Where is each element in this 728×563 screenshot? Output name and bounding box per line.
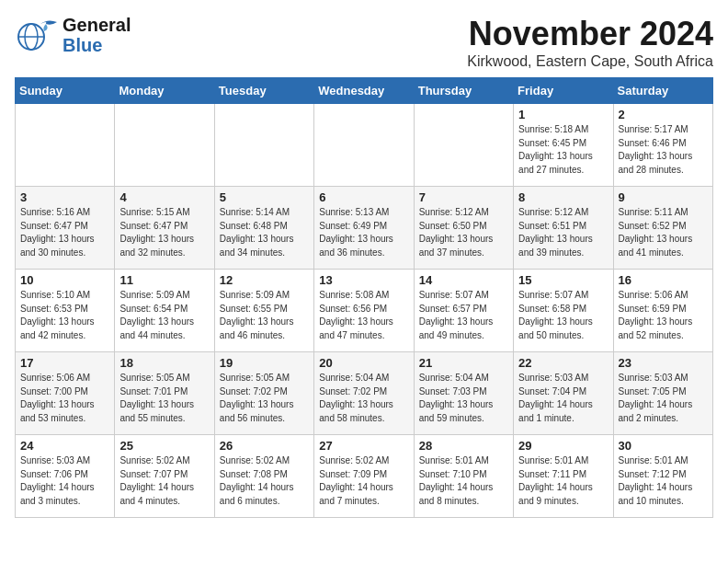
calendar-header-row: SundayMondayTuesdayWednesdayThursdayFrid… (16, 78, 713, 104)
calendar-cell: 1Sunrise: 5:18 AM Sunset: 6:45 PM Daylig… (514, 104, 613, 187)
day-info: Sunrise: 5:09 AM Sunset: 6:55 PM Dayligh… (220, 289, 309, 342)
day-info: Sunrise: 5:13 AM Sunset: 6:49 PM Dayligh… (319, 206, 408, 259)
day-number: 25 (119, 439, 209, 453)
calendar-cell: 10Sunrise: 5:10 AM Sunset: 6:53 PM Dayli… (16, 270, 115, 352)
week-row-4: 24Sunrise: 5:03 AM Sunset: 7:06 PM Dayli… (16, 435, 713, 518)
header-sunday: Sunday (16, 78, 115, 104)
month-title: November 2024 (467, 15, 713, 53)
day-number: 3 (20, 190, 109, 204)
calendar-cell: 15Sunrise: 5:07 AM Sunset: 6:58 PM Dayli… (514, 270, 613, 352)
location-title: Kirkwood, Eastern Cape, South Africa (467, 53, 713, 70)
day-info: Sunrise: 5:11 AM Sunset: 6:52 PM Dayligh… (619, 206, 708, 259)
day-info: Sunrise: 5:03 AM Sunset: 7:04 PM Dayligh… (518, 372, 608, 425)
day-info: Sunrise: 5:02 AM Sunset: 7:08 PM Dayligh… (220, 454, 309, 508)
calendar-body: 1Sunrise: 5:18 AM Sunset: 6:45 PM Daylig… (16, 104, 713, 518)
calendar-cell: 6Sunrise: 5:13 AM Sunset: 6:49 PM Daylig… (314, 187, 414, 270)
day-number: 14 (419, 273, 508, 287)
calendar-table: SundayMondayTuesdayWednesdayThursdayFrid… (15, 77, 713, 518)
day-number: 13 (319, 273, 408, 287)
header-friday: Friday (514, 78, 613, 104)
calendar-cell: 27Sunrise: 5:02 AM Sunset: 7:09 PM Dayli… (314, 435, 414, 518)
day-number: 12 (220, 273, 309, 287)
day-info: Sunrise: 5:02 AM Sunset: 7:09 PM Dayligh… (319, 454, 408, 508)
day-info: Sunrise: 5:12 AM Sunset: 6:50 PM Dayligh… (419, 206, 508, 259)
calendar-cell: 9Sunrise: 5:11 AM Sunset: 6:52 PM Daylig… (613, 187, 712, 270)
calendar-cell (314, 104, 414, 187)
day-info: Sunrise: 5:10 AM Sunset: 6:53 PM Dayligh… (20, 289, 109, 342)
logo: General Blue (15, 15, 131, 55)
logo-icon (15, 17, 59, 53)
day-info: Sunrise: 5:07 AM Sunset: 6:57 PM Dayligh… (419, 289, 508, 342)
day-number: 8 (518, 190, 608, 204)
day-number: 28 (419, 439, 508, 453)
day-number: 23 (619, 356, 708, 370)
day-info: Sunrise: 5:17 AM Sunset: 6:46 PM Dayligh… (619, 123, 708, 177)
day-number: 29 (518, 439, 608, 453)
day-number: 15 (518, 273, 608, 287)
day-info: Sunrise: 5:04 AM Sunset: 7:03 PM Dayligh… (419, 372, 508, 425)
day-info: Sunrise: 5:02 AM Sunset: 7:07 PM Dayligh… (119, 454, 209, 508)
calendar-cell: 25Sunrise: 5:02 AM Sunset: 7:07 PM Dayli… (115, 435, 214, 518)
day-number: 2 (619, 108, 708, 121)
day-number: 10 (20, 273, 109, 287)
day-number: 30 (619, 439, 708, 453)
day-info: Sunrise: 5:16 AM Sunset: 6:47 PM Dayligh… (20, 206, 109, 259)
day-info: Sunrise: 5:01 AM Sunset: 7:10 PM Dayligh… (419, 454, 508, 508)
day-info: Sunrise: 5:07 AM Sunset: 6:58 PM Dayligh… (518, 289, 608, 342)
calendar-cell: 30Sunrise: 5:01 AM Sunset: 7:12 PM Dayli… (613, 435, 712, 518)
day-info: Sunrise: 5:03 AM Sunset: 7:05 PM Dayligh… (619, 372, 708, 425)
day-info: Sunrise: 5:06 AM Sunset: 6:59 PM Dayligh… (619, 289, 708, 342)
day-number: 5 (220, 190, 309, 204)
day-info: Sunrise: 5:09 AM Sunset: 6:54 PM Dayligh… (119, 289, 209, 342)
day-info: Sunrise: 5:14 AM Sunset: 6:48 PM Dayligh… (220, 206, 309, 259)
calendar-cell (414, 104, 513, 187)
day-info: Sunrise: 5:05 AM Sunset: 7:02 PM Dayligh… (220, 372, 309, 425)
calendar-cell: 14Sunrise: 5:07 AM Sunset: 6:57 PM Dayli… (414, 270, 513, 352)
day-number: 7 (419, 190, 508, 204)
day-number: 6 (319, 190, 408, 204)
header-tuesday: Tuesday (214, 78, 313, 104)
calendar-cell: 29Sunrise: 5:01 AM Sunset: 7:11 PM Dayli… (514, 435, 613, 518)
calendar-cell (115, 104, 214, 187)
calendar-cell: 4Sunrise: 5:15 AM Sunset: 6:47 PM Daylig… (115, 187, 214, 270)
day-number: 11 (119, 273, 209, 287)
calendar-cell: 11Sunrise: 5:09 AM Sunset: 6:54 PM Dayli… (115, 270, 214, 352)
day-number: 26 (220, 439, 309, 453)
logo-text-general: General (63, 15, 131, 35)
calendar-cell (16, 104, 115, 187)
calendar-cell: 16Sunrise: 5:06 AM Sunset: 6:59 PM Dayli… (613, 270, 712, 352)
day-info: Sunrise: 5:01 AM Sunset: 7:11 PM Dayligh… (518, 454, 608, 508)
calendar-cell: 17Sunrise: 5:06 AM Sunset: 7:00 PM Dayli… (16, 352, 115, 435)
day-number: 1 (518, 108, 608, 121)
week-row-1: 3Sunrise: 5:16 AM Sunset: 6:47 PM Daylig… (16, 187, 713, 270)
calendar-cell: 12Sunrise: 5:09 AM Sunset: 6:55 PM Dayli… (214, 270, 313, 352)
day-number: 27 (319, 439, 408, 453)
calendar-cell: 7Sunrise: 5:12 AM Sunset: 6:50 PM Daylig… (414, 187, 513, 270)
day-number: 22 (518, 356, 608, 370)
day-info: Sunrise: 5:01 AM Sunset: 7:12 PM Dayligh… (619, 454, 708, 508)
day-info: Sunrise: 5:18 AM Sunset: 6:45 PM Dayligh… (518, 123, 608, 177)
day-info: Sunrise: 5:05 AM Sunset: 7:01 PM Dayligh… (119, 372, 209, 425)
calendar-cell: 5Sunrise: 5:14 AM Sunset: 6:48 PM Daylig… (214, 187, 313, 270)
week-row-2: 10Sunrise: 5:10 AM Sunset: 6:53 PM Dayli… (16, 270, 713, 352)
day-number: 24 (20, 439, 109, 453)
week-row-0: 1Sunrise: 5:18 AM Sunset: 6:45 PM Daylig… (16, 104, 713, 187)
day-info: Sunrise: 5:04 AM Sunset: 7:02 PM Dayligh… (319, 372, 408, 425)
header-monday: Monday (115, 78, 214, 104)
header-wednesday: Wednesday (314, 78, 414, 104)
calendar-cell (214, 104, 313, 187)
day-info: Sunrise: 5:03 AM Sunset: 7:06 PM Dayligh… (20, 454, 109, 508)
day-number: 4 (119, 190, 209, 204)
calendar-cell: 2Sunrise: 5:17 AM Sunset: 6:46 PM Daylig… (613, 104, 712, 187)
calendar-cell: 20Sunrise: 5:04 AM Sunset: 7:02 PM Dayli… (314, 352, 414, 435)
calendar-cell: 8Sunrise: 5:12 AM Sunset: 6:51 PM Daylig… (514, 187, 613, 270)
day-number: 16 (619, 273, 708, 287)
calendar-cell: 21Sunrise: 5:04 AM Sunset: 7:03 PM Dayli… (414, 352, 513, 435)
calendar-cell: 19Sunrise: 5:05 AM Sunset: 7:02 PM Dayli… (214, 352, 313, 435)
day-number: 21 (419, 356, 508, 370)
day-info: Sunrise: 5:08 AM Sunset: 6:56 PM Dayligh… (319, 289, 408, 342)
day-number: 18 (119, 356, 209, 370)
week-row-3: 17Sunrise: 5:06 AM Sunset: 7:00 PM Dayli… (16, 352, 713, 435)
calendar-cell: 28Sunrise: 5:01 AM Sunset: 7:10 PM Dayli… (414, 435, 513, 518)
calendar-cell: 24Sunrise: 5:03 AM Sunset: 7:06 PM Dayli… (16, 435, 115, 518)
